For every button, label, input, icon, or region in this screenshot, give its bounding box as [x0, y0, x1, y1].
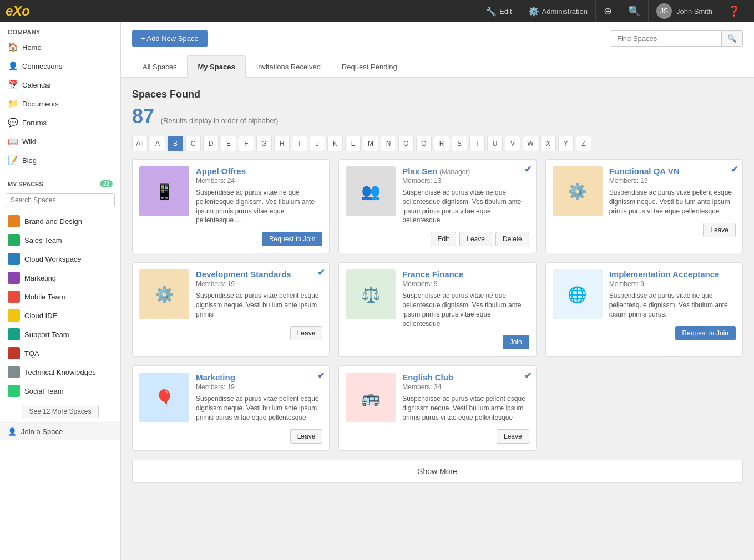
show-more-bar[interactable]: Show More — [132, 460, 743, 483]
alpha-btn-d[interactable]: D — [203, 136, 219, 151]
alpha-btn-v[interactable]: V — [505, 136, 520, 151]
card-action-request-to-join[interactable]: Request to Join — [675, 326, 736, 340]
sidebar-item-connections[interactable]: 👤Connections — [0, 57, 120, 75]
alpha-btn-z[interactable]: Z — [576, 136, 591, 151]
space-icon-cloud-workspace — [8, 253, 20, 265]
card-action-join[interactable]: Join — [503, 335, 529, 349]
add-button[interactable]: ⊕ — [596, 0, 620, 22]
alpha-btn-x[interactable]: X — [540, 136, 556, 151]
alpha-btn-a[interactable]: A — [150, 136, 165, 151]
sidebar-space-cloud-ide[interactable]: Cloud IDE — [0, 306, 120, 325]
gear-icon: ⚙️ — [528, 6, 539, 17]
card-action-request-to-join[interactable]: Request to Join — [262, 232, 322, 246]
sidebar-item-blog[interactable]: 📝Blog — [0, 151, 120, 170]
alpha-btn-o[interactable]: O — [398, 136, 414, 151]
space-card-name[interactable]: Functional QA VN — [609, 166, 736, 176]
space-card-name[interactable]: Appel Offres — [196, 166, 322, 176]
sidebar-space-sales-team[interactable]: Sales Team — [0, 231, 120, 250]
sidebar-space-support-team[interactable]: Support Team — [0, 325, 120, 344]
alpha-btn-u[interactable]: U — [487, 136, 503, 151]
alpha-btn-m[interactable]: M — [363, 136, 378, 151]
space-label: Sales Team — [24, 236, 62, 245]
card-action-leave[interactable]: Leave — [703, 223, 736, 237]
space-card-members: Members: 13 — [402, 177, 529, 185]
sidebar-item-calendar[interactable]: 📅Calendar — [0, 75, 120, 94]
user-menu[interactable]: JS John Smith — [649, 3, 720, 19]
edit-button[interactable]: 🔧 Edit — [478, 0, 520, 22]
sidebar-space-marketing[interactable]: Marketing — [0, 268, 120, 287]
alpha-btn-j[interactable]: J — [310, 136, 325, 151]
alpha-btn-l[interactable]: L — [345, 136, 361, 151]
logo[interactable]: eXo — [6, 3, 30, 19]
tab-all-spaces[interactable]: All Spaces — [132, 55, 187, 78]
alpha-btn-r[interactable]: R — [434, 136, 449, 151]
sidebar-label: Forums — [22, 119, 47, 127]
spaces-count-row: 87 (Results display in order of alphabet… — [132, 105, 743, 128]
add-new-space-button[interactable]: + Add New Space — [132, 30, 208, 47]
card-info: English Club Members: 34 Suspendisse ac … — [402, 373, 529, 422]
space-card-name[interactable]: Implementation Acceptance — [609, 269, 736, 279]
card-action-leave[interactable]: Leave — [459, 232, 492, 246]
connections-icon: 👤 — [8, 61, 18, 71]
see-more-spaces-button[interactable]: See 12 More Spaces — [22, 405, 98, 418]
nav-right: 🔧 Edit ⚙️ Administration ⊕ 🔍 JS John Smi… — [478, 0, 748, 22]
alpha-btn-q[interactable]: Q — [416, 136, 432, 151]
checkmark-badge: ✔ — [731, 164, 738, 175]
tab-invitations-received[interactable]: Invitations Received — [246, 55, 331, 78]
alpha-btn-c[interactable]: C — [185, 136, 201, 151]
card-actions: Leave — [346, 429, 529, 444]
alpha-btn-all[interactable]: All — [132, 136, 148, 151]
space-card-name[interactable]: France Finance — [402, 269, 529, 279]
sidebar-space-social-team[interactable]: Social Team — [0, 381, 120, 400]
card-action-edit[interactable]: Edit — [431, 232, 457, 246]
space-card-name[interactable]: Development Standards — [196, 269, 322, 279]
sidebar-space-technical-knowledge[interactable]: Technical Knowledges — [0, 363, 120, 381]
alpha-btn-w[interactable]: W — [523, 136, 538, 151]
help-button[interactable]: ❓ — [720, 0, 748, 22]
main-content: + Add New Space 🔍 All SpacesMy SpacesInv… — [121, 22, 754, 560]
find-spaces-search-button[interactable]: 🔍 — [722, 30, 743, 47]
alpha-btn-h[interactable]: H — [274, 136, 290, 151]
alpha-btn-i[interactable]: I — [292, 136, 307, 151]
space-icon-cloud-ide — [8, 309, 20, 322]
card-action-delete[interactable]: Delete — [495, 232, 529, 246]
sidebar-space-brand-design[interactable]: Brand and Design — [0, 212, 120, 231]
space-card-name[interactable]: English Club — [402, 373, 529, 382]
search-spaces-input[interactable] — [6, 193, 115, 207]
space-card-members: Members: 9 — [402, 280, 529, 288]
sidebar-item-home[interactable]: 🏠Home — [0, 38, 120, 57]
administration-button[interactable]: ⚙️ Administration — [520, 0, 596, 22]
alpha-btn-s[interactable]: S — [452, 136, 467, 151]
find-spaces-input[interactable] — [611, 30, 722, 47]
sidebar-space-cloud-workspace[interactable]: Cloud Workspace — [0, 250, 120, 268]
space-icon-technical-knowledge — [8, 366, 20, 378]
join-space-item[interactable]: 👤 Join a Space — [0, 422, 120, 440]
alpha-btn-k[interactable]: K — [327, 136, 343, 151]
my-spaces-header: MY SPACES 22 — [0, 175, 120, 191]
sidebar-space-mobile-team[interactable]: Mobile Team — [0, 287, 120, 306]
sidebar-space-tqa[interactable]: TQA — [0, 344, 120, 363]
tab-my-spaces[interactable]: My Spaces — [187, 55, 245, 78]
sidebar-item-forums[interactable]: 💬Forums — [0, 113, 120, 132]
alpha-btn-n[interactable]: N — [381, 136, 396, 151]
company-section-label: COMPANY — [0, 22, 120, 38]
alpha-btn-e[interactable]: E — [221, 136, 236, 151]
card-action-leave[interactable]: Leave — [497, 429, 529, 444]
alpha-btn-y[interactable]: Y — [558, 136, 574, 151]
card-action-leave[interactable]: Leave — [290, 429, 323, 444]
space-card-desc: Suspendisse ac purus vitae pellent esque… — [402, 394, 529, 422]
space-card-members: Members: 34 — [402, 383, 529, 391]
tab-request-pending[interactable]: Request Pending — [331, 55, 408, 78]
search-button[interactable]: 🔍 — [620, 0, 649, 22]
alpha-btn-t[interactable]: T — [469, 136, 485, 151]
space-card-name[interactable]: Marketing — [196, 373, 322, 382]
sidebar-item-documents[interactable]: 📁Documents — [0, 94, 120, 113]
sidebar-item-wiki[interactable]: 📖Wiki — [0, 132, 120, 151]
alpha-btn-b[interactable]: B — [168, 136, 183, 151]
space-card-name[interactable]: Plax Sen(Manager) — [402, 166, 529, 176]
alpha-btn-g[interactable]: G — [256, 136, 272, 151]
space-card-english-club: ✔ 🚌 English Club Members: 34 Suspendisse… — [338, 365, 536, 451]
alpha-btn-f[interactable]: F — [239, 136, 254, 151]
sidebar-label: Blog — [22, 156, 37, 165]
card-action-leave[interactable]: Leave — [290, 326, 323, 340]
